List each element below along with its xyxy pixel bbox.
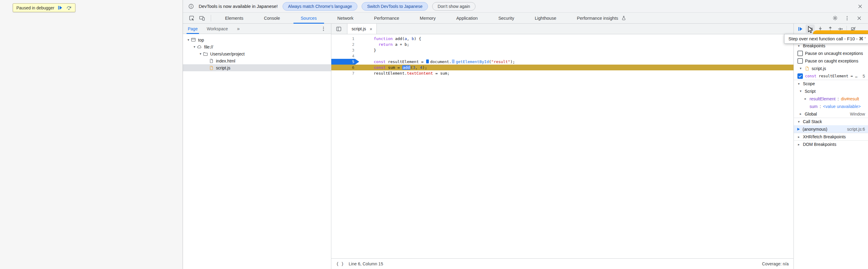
line-number[interactable]: 2	[331, 42, 359, 47]
toggle-navigator-icon[interactable]	[334, 25, 343, 33]
code-line-7[interactable]: 7resultElement.textContent = sum;	[331, 70, 794, 76]
close-icon[interactable]	[854, 14, 864, 22]
file-js-icon	[209, 65, 214, 70]
colon: :	[838, 97, 839, 101]
debugger-sections: ▸Watch▾BreakpointsPause on uncaught exce…	[794, 34, 868, 269]
twisty-icon[interactable]: ▾	[797, 120, 801, 124]
line-number[interactable]: 3	[331, 47, 359, 53]
breakpoint-option-pause-on-uncaught-exceptions[interactable]: Pause on uncaught exceptions	[794, 49, 868, 57]
twisty-icon[interactable]: ▾	[797, 44, 801, 48]
file-icon	[209, 58, 214, 63]
checkbox[interactable]	[798, 51, 803, 56]
scope-group-global[interactable]: ▸GlobalWindow	[794, 110, 868, 118]
right-value: script.js:6	[845, 127, 865, 132]
section-xhr-fetch-breakpoints[interactable]: ▸XHR/fetch Breakpoints	[794, 133, 868, 140]
tab-application[interactable]: Application	[446, 13, 488, 24]
inline-breakpoint-marker[interactable]	[452, 59, 455, 63]
tab-sources[interactable]: Sources	[290, 13, 327, 24]
section-dom-breakpoints[interactable]: ▸DOM Breakpoints	[794, 140, 868, 148]
twisty-icon[interactable]: ▾	[198, 52, 203, 56]
infobar-button-switch-devtools-to-japanese[interactable]: Switch DevTools to Japanese	[362, 2, 428, 10]
twisty-icon[interactable]: ▸	[804, 97, 807, 101]
section-call-stack[interactable]: ▾Call Stack	[794, 118, 868, 125]
kebab-menu-icon[interactable]	[842, 14, 852, 22]
tree-item-file[interactable]: ▾file://	[183, 43, 331, 50]
close-icon[interactable]	[858, 4, 863, 9]
devtools-toolbar: ElementsConsoleSourcesNetworkPerformance…	[183, 13, 868, 24]
code-editor[interactable]: 1function add(a, b) {2 return a + b;3}45…	[331, 34, 794, 259]
tree-item-index-html[interactable]: index.html	[183, 57, 331, 64]
token: resultElement = doc…	[816, 74, 858, 78]
tab-lighthouse[interactable]: Lighthouse	[525, 13, 567, 24]
tree-item-script-js[interactable]: script.js	[183, 64, 331, 71]
inline-breakpoint-marker[interactable]	[426, 59, 429, 63]
checkbox[interactable]	[798, 58, 803, 64]
close-tab-icon[interactable]: ×	[370, 26, 372, 31]
resume-icon[interactable]	[796, 25, 805, 33]
twisty-icon[interactable]: ▸	[797, 135, 801, 139]
token: getElementById	[456, 59, 489, 64]
step-over-icon[interactable]	[66, 5, 72, 10]
tab-network[interactable]: Network	[327, 13, 364, 24]
call-stack-frame[interactable]: (anonymous)script.js:6	[794, 125, 868, 133]
breakpoint-option-pause-on-caught-exceptions[interactable]: Pause on caught exceptions	[794, 57, 868, 64]
navigator-tab-page[interactable]: Page	[188, 24, 198, 34]
line-number[interactable]: 4	[331, 53, 359, 59]
twisty-icon[interactable]: ▸	[797, 142, 801, 146]
step-over-tooltip: Step over next function call - F10 - ⌘ '	[784, 34, 868, 44]
line-number[interactable]: 7	[331, 70, 359, 76]
code-line-3[interactable]: 3}	[331, 47, 794, 53]
code-line-6[interactable]: 6const sum = add(3, 4);	[331, 64, 794, 70]
twisty-icon[interactable]: ▾	[192, 45, 197, 49]
line-number[interactable]: 6	[331, 64, 359, 70]
token: = sum;	[433, 71, 450, 76]
source-tab-scriptjs[interactable]: script.js ×	[347, 24, 377, 34]
line-number[interactable]: 1	[331, 36, 359, 42]
inspect-icon[interactable]	[187, 14, 197, 22]
twisty-icon[interactable]: ▾	[186, 38, 191, 42]
tab-performance-insights[interactable]: Performance insights	[567, 13, 637, 24]
variable-name: sum	[810, 104, 817, 109]
tab-security[interactable]: Security	[488, 13, 524, 24]
tab-console[interactable]: Console	[253, 13, 290, 24]
colon: :	[819, 104, 821, 109]
tab-performance[interactable]: Performance	[364, 13, 409, 24]
tree-item-users-user-project[interactable]: ▾Users/user/project	[183, 50, 331, 57]
tab-memory[interactable]: Memory	[409, 13, 446, 24]
tab-label: Elements	[225, 16, 243, 21]
resume-script-icon[interactable]	[57, 5, 63, 10]
scope-variable-resultelement[interactable]: ▸resultElement: div#result	[794, 95, 868, 103]
curly-braces-icon[interactable]	[336, 262, 344, 266]
tree-item-label: Users/user/project	[210, 52, 245, 56]
code-line-4[interactable]: 4	[331, 53, 794, 59]
breakpoint-badge[interactable]: 5	[331, 59, 359, 64]
tree-item-top[interactable]: ▾top	[183, 36, 331, 43]
code-line-5[interactable]: 5const resultElement = document.getEleme…	[331, 59, 794, 64]
twisty-icon[interactable]: ▾	[797, 82, 801, 86]
navigator-tab-workspace[interactable]: Workspace	[207, 24, 228, 34]
device-toolbar-icon[interactable]	[197, 14, 207, 22]
token: b	[411, 36, 414, 41]
code-line-2[interactable]: 2 return a + b;	[331, 42, 794, 47]
token: document.	[430, 59, 451, 64]
token: ) {	[414, 36, 421, 41]
breakpoint-entry[interactable]: const resultElement = doc…5	[794, 72, 868, 80]
infobar-button-don-t-show-again[interactable]: Don't show again	[432, 2, 475, 10]
tab-overflow-chevron[interactable]: »	[237, 26, 240, 31]
tab-elements[interactable]: Elements	[215, 13, 253, 24]
twisty-icon[interactable]: ▸	[799, 112, 803, 116]
file-js-icon	[805, 66, 810, 71]
section-label: Breakpoints	[803, 43, 825, 48]
section-scope[interactable]: ▾Scope	[794, 80, 868, 87]
breakpoint-file-group[interactable]: ▾script.js	[794, 64, 868, 72]
scope-group-script[interactable]: ▾Script	[794, 87, 868, 95]
checkbox[interactable]	[798, 73, 803, 79]
infobar-button-always-match-chrome-s-language[interactable]: Always match Chrome's language	[283, 2, 358, 10]
code-line-1[interactable]: 1function add(a, b) {	[331, 36, 794, 42]
tab-label: Sources	[301, 16, 317, 21]
tree-item-label: index.html	[216, 58, 235, 63]
twisty-icon[interactable]: ▾	[799, 89, 803, 93]
kebab-menu-icon[interactable]	[321, 26, 326, 31]
settings-gear-icon[interactable]	[830, 14, 840, 22]
twisty-icon[interactable]: ▾	[799, 66, 803, 70]
